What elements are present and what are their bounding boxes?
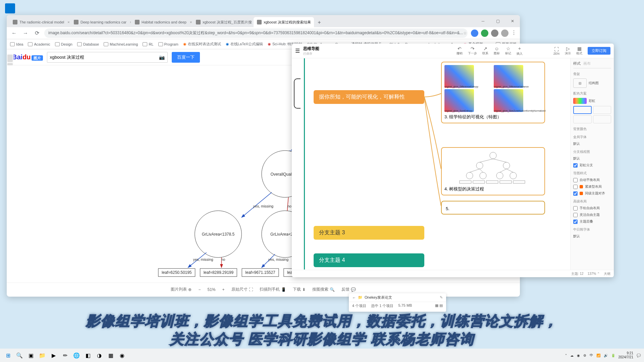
bookmark[interactable]: Program bbox=[158, 42, 178, 46]
tray-icon[interactable]: ☁ bbox=[570, 354, 574, 357]
app-icon[interactable]: ▦ bbox=[106, 351, 115, 360]
notif-icon[interactable]: 💬 bbox=[637, 354, 641, 357]
forward-icon[interactable]: → bbox=[21, 29, 30, 37]
scan-phone[interactable]: 扫描到手机 📱 bbox=[260, 287, 286, 292]
scheme[interactable] bbox=[573, 106, 592, 114]
feedback[interactable]: 反馈 💬 bbox=[341, 287, 356, 292]
baidu-logo[interactable]: Baidu图片 bbox=[12, 53, 43, 61]
app-icon[interactable]: ◉ bbox=[117, 351, 127, 360]
tab-style[interactable]: 样式 bbox=[573, 61, 581, 66]
rainbow-branch-check[interactable] bbox=[573, 163, 578, 168]
bookmark[interactable]: ◉在线LaTeX公式编辑 bbox=[226, 42, 263, 47]
search-icon[interactable]: 🔍 bbox=[15, 351, 24, 360]
close-icon[interactable]: × bbox=[67, 20, 69, 24]
outline-toggle[interactable]: 大纲 bbox=[604, 272, 610, 276]
folder-name[interactable]: Onekey发表论文 bbox=[365, 295, 392, 300]
upgrade-button[interactable]: 立即订阅 bbox=[588, 47, 610, 55]
chrome-icon[interactable]: 🌐 bbox=[72, 351, 81, 360]
bookmark[interactable]: RL bbox=[143, 42, 153, 46]
bookmark[interactable]: Database bbox=[77, 42, 99, 46]
ext-icon[interactable] bbox=[491, 29, 498, 37]
footer-list[interactable]: 图片列表 ⊕ bbox=[171, 287, 192, 292]
up-icon[interactable]: ← bbox=[352, 296, 356, 300]
hand-check[interactable] bbox=[573, 206, 578, 210]
tag-button[interactable]: ☆标记 bbox=[505, 46, 511, 56]
search-input[interactable] bbox=[50, 55, 159, 60]
zoom-out[interactable]: − bbox=[198, 287, 201, 292]
taskview-icon[interactable]: ▣ bbox=[26, 351, 36, 360]
flex-check[interactable] bbox=[573, 213, 578, 217]
search-by-img[interactable]: 按图搜索 🔍 bbox=[312, 287, 335, 292]
close-icon[interactable]: × bbox=[130, 20, 131, 24]
compact-check[interactable] bbox=[573, 185, 578, 189]
scheme[interactable] bbox=[573, 115, 592, 123]
back-icon[interactable]: ← bbox=[10, 29, 18, 37]
tab-3[interactable]: xgboost 决策过程_百度图片搜× bbox=[193, 17, 253, 27]
mm-card-4[interactable]: 4. 树模型的决策过程 bbox=[441, 147, 545, 195]
reload-icon[interactable]: ⟳ bbox=[33, 29, 41, 37]
ime-icon[interactable]: 中 bbox=[590, 353, 593, 358]
mm-node-teal[interactable]: 分支主题 4 bbox=[314, 253, 424, 267]
mm-node-orange[interactable]: 据你所知，可能的可视化，可解释性 bbox=[314, 90, 424, 104]
themebg-check[interactable] bbox=[573, 220, 578, 224]
mm-card-5[interactable]: 5. bbox=[441, 201, 545, 215]
mm-node-yellow[interactable]: 分支主题 3 bbox=[314, 226, 424, 240]
close-window-icon[interactable]: ✕ bbox=[505, 15, 520, 27]
app-icon[interactable]: ◑ bbox=[95, 351, 104, 360]
battery-icon[interactable]: 🔋 bbox=[611, 354, 615, 357]
tray-icon[interactable]: ⚙ bbox=[583, 354, 586, 357]
app-icon[interactable]: ✏ bbox=[60, 351, 70, 360]
minimize-icon[interactable]: ─ bbox=[476, 15, 490, 27]
format-button[interactable]: ▦格式 bbox=[576, 46, 582, 56]
bookmark[interactable]: Idea bbox=[10, 42, 23, 46]
bookmark[interactable]: MachineLearning bbox=[104, 42, 138, 46]
font-select[interactable]: 默认 bbox=[573, 141, 611, 146]
present-button[interactable]: ▷演示 bbox=[565, 46, 571, 56]
wifi-icon[interactable]: 📶 bbox=[596, 354, 600, 357]
rainbow-theme[interactable]: 彩虹 bbox=[573, 98, 611, 104]
tray-icon[interactable]: ◉ bbox=[577, 354, 580, 357]
scheme[interactable] bbox=[593, 115, 611, 123]
insert-button[interactable]: ＋插入 bbox=[517, 46, 523, 56]
explorer-icon[interactable]: 📁 bbox=[38, 351, 47, 360]
explorer-window[interactable]: ←📁Onekey发表论文✎ 4 个项目选中 1 个项目5.75 MB▦ ▤ bbox=[349, 293, 446, 312]
clock[interactable]: 9:21 2024/7/21 bbox=[619, 351, 634, 359]
bookmark[interactable]: Academic bbox=[28, 42, 50, 46]
app-icon[interactable]: ▶ bbox=[49, 351, 58, 360]
new-tab-button[interactable]: + bbox=[315, 18, 324, 27]
tab-4[interactable]: xgboost 决策过程的搜索结果× bbox=[254, 17, 314, 27]
icon-button[interactable]: ☺图标 bbox=[494, 46, 500, 56]
redo-button[interactable]: ↷下一步 bbox=[468, 46, 477, 56]
tab-0[interactable]: The radiomic-clinical model× bbox=[9, 17, 70, 27]
orig-size[interactable]: 原始尺寸 ⛶ bbox=[231, 287, 253, 292]
bookmark[interactable]: ◉在线实时表达式测试 bbox=[183, 42, 221, 47]
profile-icon[interactable] bbox=[501, 29, 508, 37]
branch-select[interactable]: 默认 bbox=[573, 156, 611, 161]
mindmap-canvas[interactable]: 据你所知，可能的可视化，可解释性 original_glcm_Differenc… bbox=[292, 58, 570, 270]
undo-button[interactable]: ↶撤销 bbox=[457, 46, 463, 56]
ext-icon[interactable] bbox=[481, 29, 488, 37]
desktop-recycle-icon[interactable] bbox=[3, 3, 17, 13]
maximize-icon[interactable]: ▢ bbox=[490, 15, 505, 27]
structure-select[interactable]: ⊟ 结构图 bbox=[573, 78, 611, 88]
volume-icon[interactable]: 🔊 bbox=[604, 354, 608, 357]
zoom-display[interactable]: 137% ⌃ bbox=[588, 272, 600, 276]
pin-icon[interactable]: ✎ bbox=[440, 295, 443, 300]
cjk-select[interactable]: 默认 bbox=[573, 234, 611, 239]
ext-icon[interactable] bbox=[471, 29, 478, 37]
menu-icon[interactable]: ☰ bbox=[295, 48, 300, 54]
app-icon[interactable]: ◧ bbox=[83, 351, 93, 360]
tab-2[interactable]: Habitat radiomics and deep× bbox=[131, 17, 192, 27]
view-icon[interactable]: ▦ ▤ bbox=[435, 303, 443, 308]
menu-icon[interactable]: ⋮ bbox=[511, 29, 517, 37]
url-field[interactable]: image.baidu.com/search/detail?ct=5033164… bbox=[44, 28, 468, 38]
mm-card-3[interactable]: original_glcm_DifferenceEntropy original… bbox=[441, 62, 545, 123]
bookmark[interactable]: Design bbox=[55, 42, 72, 46]
close-icon[interactable]: × bbox=[190, 20, 192, 24]
autobalance-check[interactable] bbox=[573, 178, 578, 182]
tray-chevron-icon[interactable]: ˄ bbox=[565, 354, 567, 357]
start-button[interactable]: ⊞ bbox=[3, 351, 13, 360]
scheme[interactable] bbox=[593, 106, 611, 114]
relation-button[interactable]: ↗联系 bbox=[482, 46, 488, 56]
download[interactable]: 下载 ⬇ bbox=[293, 287, 306, 292]
